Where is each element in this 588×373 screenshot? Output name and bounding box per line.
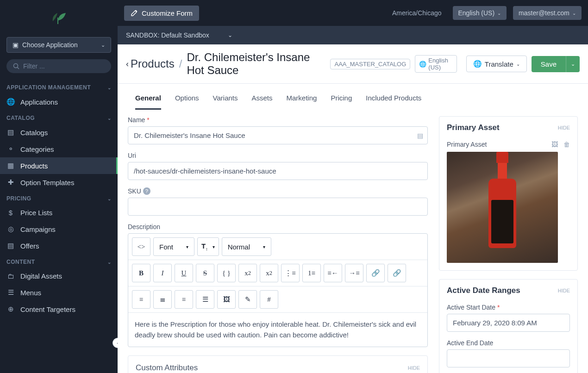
language-badge: 🌐 English (US): [415, 55, 457, 73]
sidebar-item-applications[interactable]: 🌐 Applications: [0, 93, 118, 110]
rte-code-button[interactable]: <>: [132, 237, 150, 256]
filter-input-wrap: [6, 59, 111, 73]
globe-icon: 🌐: [6, 98, 15, 106]
rte-align-center-button[interactable]: ≣: [153, 290, 172, 309]
chevron-down-icon: ⌄: [516, 62, 520, 67]
active-end-date-label: Active End Date: [447, 339, 570, 347]
rte-table-button[interactable]: #: [260, 290, 278, 309]
nav-section-catalog[interactable]: CATALOG ⌄: [0, 110, 118, 124]
tabs: General Options Variants Assets Marketin…: [126, 84, 580, 110]
filter-input[interactable]: [23, 62, 105, 70]
choose-application-button[interactable]: ▣ Choose Application ⌄: [6, 37, 111, 53]
breadcrumb-separator: /: [179, 57, 182, 70]
rte-subscript-button[interactable]: x2: [260, 264, 278, 282]
sidebar-item-label: Price Lists: [20, 209, 52, 217]
rte-align-right-button[interactable]: ≡: [175, 290, 193, 309]
rte-ul-button[interactable]: ⋮≡: [281, 264, 300, 282]
sidebar-item-content-targeters[interactable]: ⊕ Content Targeters: [0, 301, 118, 317]
sku-input[interactable]: [128, 198, 428, 216]
customize-form-label: Customize Form: [142, 9, 193, 17]
sidebar-item-option-templates[interactable]: ✚ Option Templates: [0, 174, 118, 191]
sidebar-item-menus[interactable]: ☰ Menus: [0, 284, 118, 301]
sidebar-item-label: Catalogs: [20, 129, 48, 137]
rte-ol-button[interactable]: 1≡: [302, 264, 321, 282]
sidebar-item-label: Offers: [20, 242, 39, 250]
user-label: master@test.com: [519, 9, 569, 17]
tab-marketing[interactable]: Marketing: [287, 92, 317, 110]
active-end-date-input[interactable]: [447, 349, 570, 367]
svg-line-1: [18, 68, 19, 69]
calculator-icon: ▤: [6, 242, 15, 250]
tab-pricing[interactable]: Pricing: [331, 92, 352, 110]
rte-image-button[interactable]: 🖼: [217, 290, 236, 309]
uri-input[interactable]: [128, 162, 428, 180]
rte-superscript-button[interactable]: x2: [238, 264, 257, 282]
sidebar-item-offers[interactable]: ▤ Offers: [0, 237, 118, 254]
sidebar-item-products[interactable]: ▦ Products: [0, 157, 118, 174]
rte-align-justify-button[interactable]: ☰: [196, 290, 214, 309]
sidebar-item-campaigns[interactable]: ◎ Campaigns: [0, 221, 118, 237]
image-pick-icon[interactable]: 🖼: [551, 141, 558, 148]
sandbox-bar[interactable]: SANDBOX: Default Sandbox ⌄: [118, 26, 588, 44]
sidebar-item-label: Digital Assets: [20, 272, 62, 280]
tab-options[interactable]: Options: [175, 92, 199, 110]
rte-size-select[interactable]: T↕ ▾: [197, 237, 219, 256]
rte-outdent-button[interactable]: ≡←: [324, 264, 342, 282]
hide-button[interactable]: HIDE: [408, 365, 420, 371]
nav-section-label: CONTENT: [6, 259, 35, 265]
rte-italic-button[interactable]: I: [153, 264, 172, 282]
locale-select[interactable]: English (US) ⌄: [453, 6, 507, 20]
translate-button[interactable]: 🌐 Translate ⌄: [466, 56, 527, 72]
rte-link-button[interactable]: 🔗: [366, 264, 385, 282]
choose-application-label: Choose Application: [22, 41, 78, 49]
rte-size-label: T↕: [201, 242, 208, 251]
customize-form-button[interactable]: Customize Form: [124, 6, 199, 21]
search-icon: [13, 63, 19, 69]
sidebar-item-categories[interactable]: ⚬ Categories: [0, 141, 118, 157]
tab-assets[interactable]: Assets: [252, 92, 273, 110]
save-button[interactable]: Save: [532, 56, 566, 72]
sidebar-item-label: Applications: [20, 98, 58, 106]
rte-strike-button[interactable]: S: [196, 264, 214, 282]
rte-align-left-button[interactable]: ≡: [132, 290, 150, 309]
save-dropdown-button[interactable]: ⌄: [566, 56, 580, 72]
nav-section-pricing[interactable]: PRICING ⌄: [0, 191, 118, 205]
breadcrumb-products[interactable]: ‹ Products: [126, 57, 175, 70]
caret-down-icon: ▾: [263, 244, 265, 249]
sidebar-item-price-lists[interactable]: $ Price Lists: [0, 205, 118, 221]
rte-underline-button[interactable]: U: [175, 264, 193, 282]
rte-indent-button[interactable]: →≡: [345, 264, 363, 282]
tab-included-products[interactable]: Included Products: [366, 92, 421, 110]
sidebar-item-catalogs[interactable]: ▤ Catalogs: [0, 124, 118, 141]
sidebar: ▣ Choose Application ⌄ APPLICATION MANAG…: [0, 0, 118, 373]
rte-heading-label: Normal: [228, 243, 250, 251]
description-editor[interactable]: Here is the Prescription for those who e…: [128, 313, 427, 347]
rte-color-button[interactable]: ✎: [238, 290, 257, 309]
user-menu[interactable]: master@test.com ⌄: [513, 6, 582, 20]
hide-button[interactable]: HIDE: [558, 125, 570, 131]
breadcrumb-label: Products: [131, 57, 175, 70]
nav-section-label: APPLICATION MANAGEMENT: [6, 84, 91, 91]
dollar-icon: $: [6, 209, 15, 217]
tab-general[interactable]: General: [135, 92, 161, 110]
hide-button[interactable]: HIDE: [558, 288, 570, 293]
rte-heading-select[interactable]: Normal ▾: [222, 237, 271, 256]
delete-icon[interactable]: 🗑: [563, 141, 570, 148]
tab-variants[interactable]: Variants: [213, 92, 238, 110]
list-icon: ▦: [6, 162, 15, 170]
chevron-down-icon: ⌄: [107, 260, 112, 265]
name-input[interactable]: [128, 126, 428, 144]
rte-font-select[interactable]: Font ▾: [153, 237, 194, 256]
active-start-date-input[interactable]: [447, 314, 570, 332]
help-icon[interactable]: ?: [143, 187, 150, 195]
rte-unlink-button[interactable]: 🔗: [388, 264, 406, 282]
nav-section-content[interactable]: CONTENT ⌄: [0, 254, 118, 268]
primary-asset-image[interactable]: [447, 152, 558, 263]
rte-codeblock-button[interactable]: { }: [217, 264, 236, 282]
nav-section-app-mgmt[interactable]: APPLICATION MANAGEMENT ⌄: [0, 80, 118, 93]
edit-icon: [131, 9, 138, 17]
sidebar-item-digital-assets[interactable]: 🗀 Digital Assets: [0, 268, 118, 284]
rte-bold-button[interactable]: B: [132, 264, 150, 282]
sidebar-item-label: Categories: [20, 145, 54, 153]
db-icon[interactable]: ▤: [417, 132, 423, 139]
